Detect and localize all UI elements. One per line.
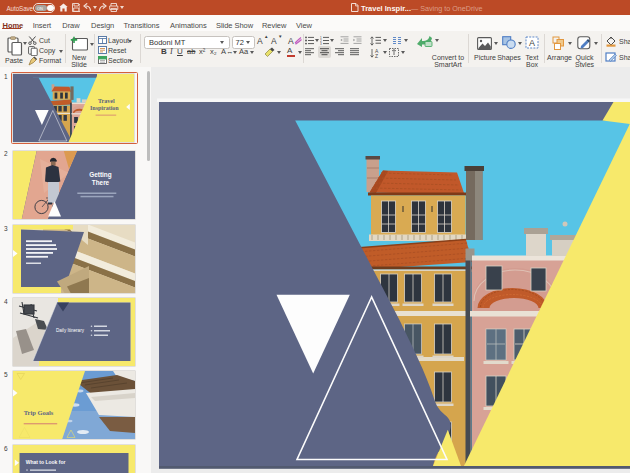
svg-text:Daily Itinerary: Daily Itinerary xyxy=(56,328,85,333)
svg-text:Trip Goals: Trip Goals xyxy=(24,409,54,416)
svg-text:Inspiration: Inspiration xyxy=(90,105,119,111)
svg-text:Z: Z xyxy=(375,52,378,58)
svg-text:There: There xyxy=(92,178,110,185)
svg-text:Travel: Travel xyxy=(98,98,115,104)
svg-text:3: 3 xyxy=(320,42,322,45)
svg-text:What to Look for: What to Look for xyxy=(26,459,66,465)
svg-text:A: A xyxy=(529,38,535,48)
